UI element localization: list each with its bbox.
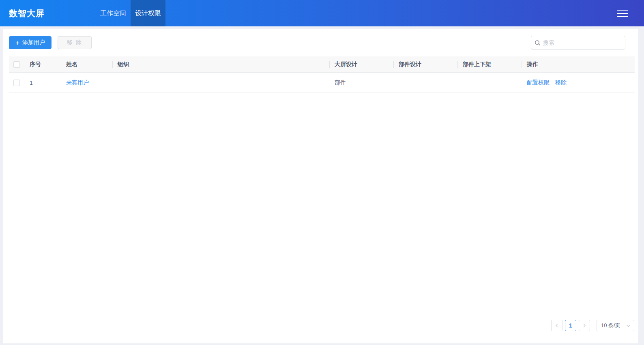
next-page-button[interactable] xyxy=(579,320,590,331)
row-name-cell: 来宾用户 xyxy=(61,79,112,86)
tab-design-permissions[interactable]: 设计权限 xyxy=(131,0,165,26)
toolbar: + 添加用户 移 除 xyxy=(3,29,638,56)
content-card: + 添加用户 移 除 序号 姓名 组织 大屏设计 部件设计 部件上下架 操作 xyxy=(3,29,638,343)
column-header-component-shelf: 部件上下架 xyxy=(457,61,522,68)
column-header-component-design: 部件设计 xyxy=(393,61,457,68)
search-input[interactable] xyxy=(543,39,622,46)
page-size-select[interactable]: 10 条/页 xyxy=(597,320,634,331)
column-header-name: 姓名 xyxy=(61,61,112,68)
remove-button[interactable]: 移 除 xyxy=(58,36,92,49)
row-screen-design: 部件 xyxy=(329,79,393,86)
chevron-right-icon xyxy=(582,323,586,328)
permissions-table: 序号 姓名 组织 大屏设计 部件设计 部件上下架 操作 1 来宾用户 部件 配置… xyxy=(9,56,635,93)
chevron-down-icon xyxy=(626,323,631,328)
app-title: 数智大屏 xyxy=(9,8,45,19)
hamburger-menu-icon[interactable] xyxy=(617,7,628,19)
select-all-cell xyxy=(9,61,24,68)
column-header-screen-design: 大屏设计 xyxy=(329,61,393,68)
column-header-index: 序号 xyxy=(24,61,61,68)
row-index: 1 xyxy=(24,80,61,86)
search-icon xyxy=(535,40,541,46)
prev-page-button[interactable] xyxy=(551,320,562,331)
row-checkbox[interactable] xyxy=(13,80,20,86)
page-number-1[interactable]: 1 xyxy=(565,320,576,331)
remove-row-link[interactable]: 移除 xyxy=(555,79,567,86)
user-name-link[interactable]: 来宾用户 xyxy=(66,79,89,86)
page-size-label: 10 条/页 xyxy=(601,322,620,329)
select-all-checkbox[interactable] xyxy=(13,61,20,68)
chevron-left-icon xyxy=(555,323,559,328)
column-header-org: 组织 xyxy=(112,61,329,68)
plus-icon: + xyxy=(15,39,19,46)
add-user-label: 添加用户 xyxy=(22,39,45,46)
row-actions: 配置权限 移除 xyxy=(522,79,635,86)
table-row: 1 来宾用户 部件 配置权限 移除 xyxy=(9,73,635,93)
add-user-button[interactable]: + 添加用户 xyxy=(9,36,52,49)
column-header-actions: 操作 xyxy=(522,61,635,68)
app-header: 数智大屏 工作空间 设计权限 xyxy=(0,0,644,26)
search-box xyxy=(531,36,625,50)
tab-workspace[interactable]: 工作空间 xyxy=(96,0,131,26)
table-header-row: 序号 姓名 组织 大屏设计 部件设计 部件上下架 操作 xyxy=(9,56,635,73)
pagination: 1 10 条/页 xyxy=(549,320,634,331)
configure-permissions-link[interactable]: 配置权限 xyxy=(527,79,550,86)
nav-tabs: 工作空间 设计权限 xyxy=(96,0,165,26)
row-select-cell xyxy=(9,80,24,86)
